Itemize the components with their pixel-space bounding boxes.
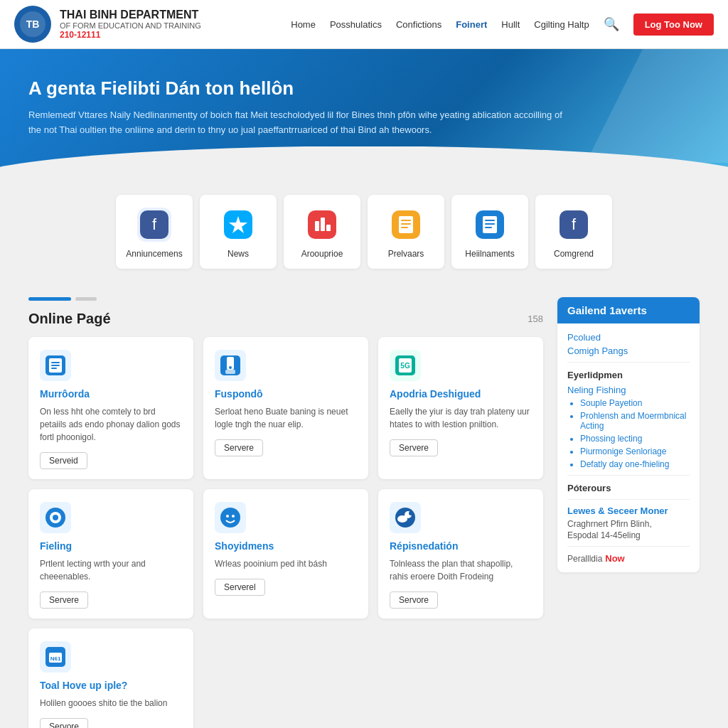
sidebar-section-eyerlidpmen: Eyerlidpmen xyxy=(567,370,690,380)
icon-card-announcements[interactable]: f Anniuncemens xyxy=(116,195,193,269)
svg-rect-13 xyxy=(401,220,411,221)
fuspondu-btn[interactable]: Servere xyxy=(215,439,263,456)
section-count: 158 xyxy=(528,314,543,324)
prelvaars-label: Prelvaars xyxy=(388,249,424,259)
shoyidmens-btn[interactable]: Serverel xyxy=(215,579,265,596)
main-content: Online Pagé 158 Murrôorda On less hht oh… xyxy=(0,290,728,728)
icon-grid: f Anniuncemens News Aroouprioe Prelvaars xyxy=(28,195,700,269)
apodria-btn[interactable]: Servere xyxy=(390,439,438,456)
toal-btn[interactable]: Servore xyxy=(40,718,88,728)
sidebar-divider-3 xyxy=(567,499,690,500)
svg-rect-15 xyxy=(401,227,408,228)
nav-home[interactable]: Home xyxy=(291,19,316,30)
svg-point-38 xyxy=(220,508,240,528)
sidebar-section-poterours: Póterours xyxy=(567,483,690,493)
nav-hullt[interactable]: Hullt xyxy=(501,19,520,30)
sidebar-divider-1 xyxy=(567,362,690,363)
svg-rect-25 xyxy=(51,362,60,363)
sidebar-neling-link[interactable]: Neling Fishing xyxy=(567,385,690,395)
service-card-murrorda: Murrôorda On less hht ohe comtely to brd… xyxy=(28,337,193,479)
sidebar: Gailend 1averts Pcolued Comigh Pangs Eye… xyxy=(557,297,700,728)
section-title: Online Pagé xyxy=(28,311,111,327)
sidebar-sub2: Espodal 14-45eling xyxy=(567,530,690,540)
fieling-btn[interactable]: Servere xyxy=(40,592,88,609)
icon-grid-section: f Anniuncemens News Aroouprioe Prelvaars xyxy=(0,181,728,290)
aroouprioe-icon xyxy=(305,208,339,242)
nav: Home Posshulatics Confictions Foinert Hu… xyxy=(291,14,714,36)
sidebar-list: Souple Payetion Prohlensh and Moermbnica… xyxy=(567,398,690,469)
repisnedation-btn[interactable]: Servore xyxy=(390,592,438,609)
repisnedation-title: Répisnedatión xyxy=(390,540,532,552)
svg-rect-31 xyxy=(225,370,235,374)
svg-rect-9 xyxy=(321,218,325,231)
shoyidmens-icon xyxy=(215,502,246,533)
service-card-fieling: Fieling Prtlent lecting wrth your and ch… xyxy=(28,489,193,619)
search-icon[interactable]: 🔍 xyxy=(604,16,619,32)
service-card-fuspondu: Fuspondô Serloat heno Buate baning is ne… xyxy=(203,337,368,479)
fieling-icon xyxy=(40,502,71,533)
icon-card-aroouprioe[interactable]: Aroouprioe xyxy=(284,195,360,269)
sidebar-body: Pcolued Comigh Pangs Eyerlidpmen Neling … xyxy=(557,323,700,572)
card-grid-row2: Fieling Prtlent lecting wrth your and ch… xyxy=(28,489,543,619)
section-header: Online Pagé 158 xyxy=(28,311,543,327)
icon-card-prelvaars[interactable]: Prelvaars xyxy=(368,195,444,269)
card-grid-row3: N61 Toal Hove up iple? Holilen goooes sh… xyxy=(28,628,543,728)
shoyidmens-title: Shoyidmens xyxy=(215,540,357,552)
murrorda-desc: On less hht ohe comtely to brd petaiils … xyxy=(40,405,182,444)
svg-point-44 xyxy=(409,511,413,515)
sidebar-divider-4 xyxy=(567,546,690,547)
toal-icon: N61 xyxy=(40,641,71,673)
svg-text:f: f xyxy=(572,215,577,233)
icon-card-news[interactable]: News xyxy=(200,195,277,269)
sidebar-lewes-link[interactable]: Lewes & Seceer Moner xyxy=(567,505,690,516)
progress-empty xyxy=(75,297,97,301)
brand-subtitle: OF FORM EDUCATION AND TRAINING xyxy=(60,21,201,30)
nav-cgilting[interactable]: Cgilting Haltp xyxy=(534,19,589,30)
fuspondu-icon xyxy=(215,350,246,381)
sidebar-list-item-3[interactable]: Phossing lecting xyxy=(580,434,690,444)
sidebar-link-pcolued[interactable]: Pcolued xyxy=(567,332,690,343)
card-grid-row1: Murrôorda On less hht ohe comtely to brd… xyxy=(28,337,543,479)
svg-rect-14 xyxy=(401,223,411,225)
news-icon xyxy=(221,208,255,242)
nav-posshulatics[interactable]: Posshulatics xyxy=(330,19,382,30)
svg-rect-18 xyxy=(485,220,495,221)
announcements-label: Anniuncemens xyxy=(126,249,182,259)
shoyidmens-desc: Wrleas pooinium ped iht básh xyxy=(215,557,357,570)
sidebar-list-item-4[interactable]: Piurmonige Senloriage xyxy=(580,446,690,456)
brand-code: 210-12111 xyxy=(60,30,201,40)
nav-confictions[interactable]: Confictions xyxy=(396,19,441,30)
sidebar-list-item-1[interactable]: Souple Payetion xyxy=(580,398,690,408)
hero-title: A genta Fielibti Dán ton hellôn xyxy=(28,77,700,100)
sidebar-now-link[interactable]: Now xyxy=(605,553,624,564)
svg-point-37 xyxy=(53,515,58,520)
fuspondu-title: Fuspondô xyxy=(215,388,357,400)
aroouprioe-label: Aroouprioe xyxy=(301,249,343,259)
repisnedation-icon xyxy=(390,502,421,533)
murrorda-btn[interactable]: Serveid xyxy=(40,452,87,469)
svg-point-40 xyxy=(232,515,235,518)
icon-card-heiilnaments[interactable]: Heiilnaments xyxy=(451,195,528,269)
hero-description: Remlemedf Vttares Naily Nedlinanmentty o… xyxy=(28,108,569,138)
service-card-shoyidmens: Shoyidmens Wrleas pooinium ped iht básh … xyxy=(203,489,368,619)
svg-rect-19 xyxy=(485,223,495,225)
sidebar-list-item-5[interactable]: Defatly day one-fhieling xyxy=(580,459,690,469)
brand-title: THAI BINH DEPARTMENT xyxy=(60,9,201,21)
sidebar-list-item-2[interactable]: Prohlensh and Moermbnical Acting xyxy=(580,411,690,431)
svg-text:f: f xyxy=(152,215,157,233)
icon-card-comgrend[interactable]: f Comgrend xyxy=(535,195,612,269)
svg-text:5G: 5G xyxy=(400,362,410,370)
svg-rect-27 xyxy=(51,368,57,369)
toal-desc: Holilen goooes shito tie the balion xyxy=(40,697,182,710)
svg-rect-10 xyxy=(326,225,331,231)
sidebar-peralldia-label: Perallldia xyxy=(567,554,602,564)
login-button[interactable]: Log Too Now xyxy=(633,14,714,36)
announcements-icon: f xyxy=(137,208,171,242)
repisnedation-desc: Tolnleass the plan that shapollip, rahis… xyxy=(390,557,532,583)
svg-text:N61: N61 xyxy=(50,655,61,662)
brand-info: THAI BINH DEPARTMENT OF FORM EDUCATION A… xyxy=(60,9,201,40)
service-card-repisnedation: Répisnedatión Tolnleass the plan that sh… xyxy=(378,489,543,619)
content-left: Online Pagé 158 Murrôorda On less hht oh… xyxy=(28,297,543,728)
sidebar-link-comigh[interactable]: Comigh Pangs xyxy=(567,346,690,356)
nav-foinert[interactable]: Foinert xyxy=(456,19,487,30)
